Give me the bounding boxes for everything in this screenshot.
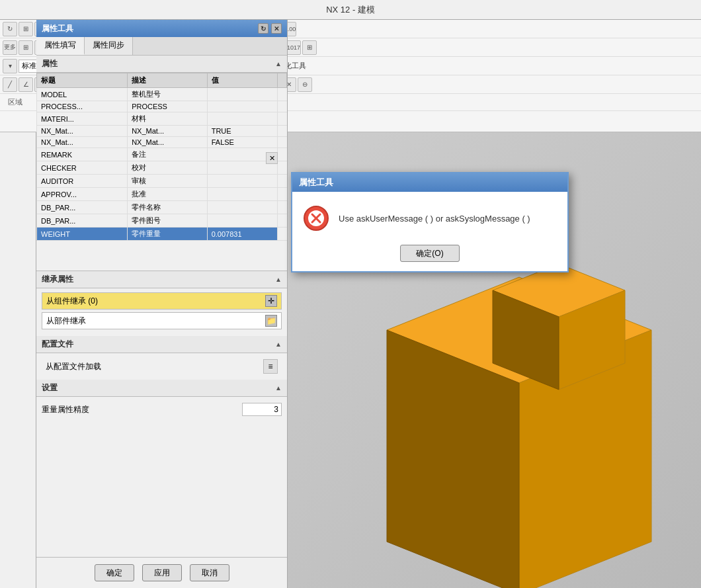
dialog-ok-btn[interactable]: 确定(O) — [400, 245, 460, 262]
dialog-overlay: 属性工具 Use askUserMessage ( ) or askSyslog… — [0, 0, 701, 588]
dialog-body: Use askUserMessage ( ) or askSyslogMessa… — [292, 192, 567, 239]
dialog-message: Use askUserMessage ( ) or askSyslogMessa… — [339, 214, 530, 224]
error-icon — [303, 205, 329, 231]
dialog-title-bar: 属性工具 — [292, 173, 567, 192]
error-dialog: 属性工具 Use askUserMessage ( ) or askSyslog… — [291, 172, 569, 273]
dialog-title: 属性工具 — [299, 177, 333, 189]
dialog-buttons: 确定(O) — [292, 239, 567, 271]
